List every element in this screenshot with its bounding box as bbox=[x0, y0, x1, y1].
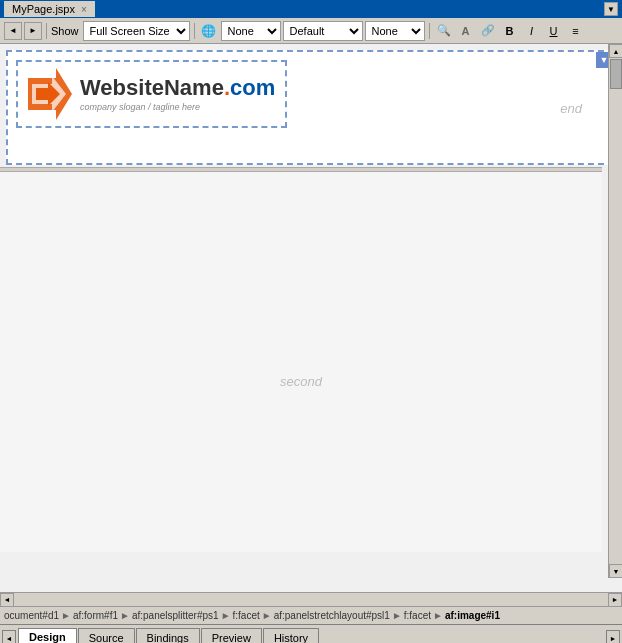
toolbar-sep3 bbox=[429, 23, 430, 39]
nav-back-button[interactable]: ◄ bbox=[4, 22, 22, 40]
underline-button[interactable]: U bbox=[544, 22, 564, 40]
tab-source-label: Source bbox=[89, 632, 124, 644]
scroll-up-btn[interactable]: ▲ bbox=[609, 44, 622, 58]
breadcrumb-sep6: ► bbox=[433, 610, 443, 621]
show-dropdown[interactable]: Full Screen Size 800x600 1024x768 bbox=[83, 21, 190, 41]
nav-forward-button[interactable]: ► bbox=[24, 22, 42, 40]
link-button[interactable]: 🔗 bbox=[478, 22, 498, 40]
breadcrumb-item-facet1[interactable]: f:facet bbox=[233, 610, 260, 621]
bottom-tabs-bar: ◄ Design Source Bindings Preview History… bbox=[0, 624, 622, 643]
breadcrumb-bar: ocument#d1 ► af:form#f1 ► af:panelsplitt… bbox=[0, 606, 622, 624]
tab-bindings[interactable]: Bindings bbox=[136, 628, 200, 643]
toolbar-sep2 bbox=[194, 23, 195, 39]
bold-button[interactable]: B bbox=[500, 22, 520, 40]
breadcrumb-item-document[interactable]: ocument#d1 bbox=[4, 610, 59, 621]
breadcrumb-item-facet2[interactable]: f:facet bbox=[404, 610, 431, 621]
scroll-track bbox=[609, 58, 622, 564]
title-bar: MyPage.jspx × ▼ bbox=[0, 0, 622, 18]
h-scroll-left-btn[interactable]: ◄ bbox=[0, 593, 14, 607]
tag-button[interactable]: A bbox=[456, 22, 476, 40]
logo-website-text: Website bbox=[80, 75, 164, 100]
close-icon[interactable]: × bbox=[81, 4, 87, 15]
logo-name-text: Name bbox=[164, 75, 224, 100]
tab-history-label: History bbox=[274, 632, 308, 644]
expand-icon[interactable]: ▼ bbox=[604, 2, 618, 16]
main-editor: ▼ WebsiteName.com bbox=[0, 44, 622, 606]
tab-preview-label: Preview bbox=[212, 632, 251, 644]
breadcrumb-sep4: ► bbox=[262, 610, 272, 621]
logo-name: WebsiteName.com bbox=[80, 76, 275, 100]
default-dropdown[interactable]: Default Custom bbox=[283, 21, 363, 41]
second-label: second bbox=[280, 374, 322, 389]
canvas-area: ▼ WebsiteName.com bbox=[0, 44, 622, 592]
breadcrumb-sep3: ► bbox=[221, 610, 231, 621]
window-controls: ▼ bbox=[604, 2, 618, 16]
logo-text: WebsiteName.com company slogan / tagline… bbox=[80, 76, 275, 112]
scroll-down-btn[interactable]: ▼ bbox=[609, 564, 622, 578]
preview-icon-btn[interactable]: 🌐 bbox=[199, 22, 219, 40]
breadcrumb-item-stretchlayout[interactable]: af:panelstretchlayout#psl1 bbox=[274, 610, 390, 621]
file-tab[interactable]: MyPage.jspx × bbox=[4, 1, 95, 17]
list-button[interactable]: ≡ bbox=[566, 22, 586, 40]
file-tab-label: MyPage.jspx bbox=[12, 3, 75, 15]
toolbar-sep1 bbox=[46, 23, 47, 39]
breadcrumb-sep1: ► bbox=[61, 610, 71, 621]
tab-design-label: Design bbox=[29, 631, 66, 643]
tab-scroll-left[interactable]: ◄ bbox=[2, 630, 16, 643]
h-scroll-right-btn[interactable]: ► bbox=[608, 593, 622, 607]
tab-bindings-label: Bindings bbox=[147, 632, 189, 644]
breadcrumb-item-image[interactable]: af:image#i1 bbox=[445, 610, 500, 621]
tab-history[interactable]: History bbox=[263, 628, 319, 643]
tab-source[interactable]: Source bbox=[78, 628, 135, 643]
toolbar-row1: ◄ ► Show Full Screen Size 800x600 1024x7… bbox=[0, 18, 622, 44]
editor-canvas: ▼ WebsiteName.com bbox=[0, 44, 622, 592]
bottom-panel: second bbox=[0, 172, 602, 552]
top-panel: ▼ WebsiteName.com bbox=[6, 50, 614, 165]
breadcrumb-item-panelsplitter[interactable]: af:panelsplitter#ps1 bbox=[132, 610, 219, 621]
end-label: end bbox=[560, 100, 582, 115]
logo-com: com bbox=[230, 75, 275, 100]
scroll-thumb[interactable] bbox=[610, 59, 622, 89]
tab-design[interactable]: Design bbox=[18, 628, 77, 643]
right-scrollbar: ▲ ▼ bbox=[608, 44, 622, 578]
none-dropdown2[interactable]: None English bbox=[365, 21, 425, 41]
breadcrumb-item-form[interactable]: af:form#f1 bbox=[73, 610, 118, 621]
breadcrumb-sep5: ► bbox=[392, 610, 402, 621]
tab-preview[interactable]: Preview bbox=[201, 628, 262, 643]
none-dropdown1[interactable]: None Firefox Chrome bbox=[221, 21, 281, 41]
show-label: Show bbox=[51, 25, 79, 37]
h-scrollbar: ◄ ► bbox=[0, 592, 622, 606]
logo-icon bbox=[28, 68, 72, 120]
breadcrumb-sep2: ► bbox=[120, 610, 130, 621]
logo-tagline: company slogan / tagline here bbox=[80, 102, 275, 112]
italic-button[interactable]: I bbox=[522, 22, 542, 40]
find-button[interactable]: 🔍 bbox=[434, 22, 454, 40]
tab-scroll-right[interactable]: ► bbox=[606, 630, 620, 643]
logo-container: WebsiteName.com company slogan / tagline… bbox=[16, 60, 287, 128]
